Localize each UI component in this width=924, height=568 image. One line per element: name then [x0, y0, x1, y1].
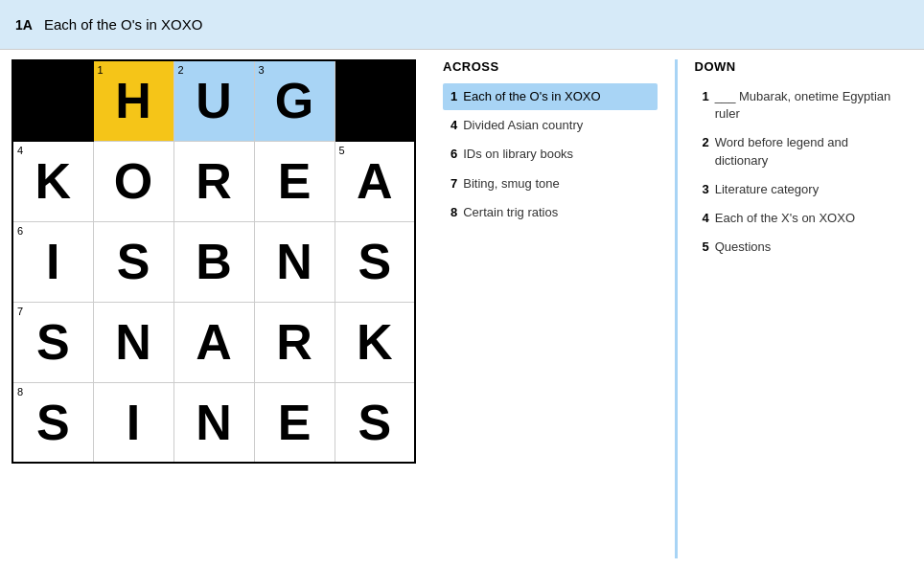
across-clue-4[interactable]: 4Divided Asian country [443, 112, 658, 139]
down-clue-text-3: Literature category [715, 181, 819, 198]
down-clue-number-5: 5 [703, 239, 709, 256]
main-content: 1H2U3G4KORE5A6ISBNS7SNARK8SINES ACROSS 1… [0, 50, 924, 568]
down-clue-5[interactable]: 5Questions [695, 234, 910, 261]
cell-number-2: 2 [178, 64, 184, 76]
grid-cell-4-0[interactable]: 8S [12, 382, 93, 463]
cell-number-7: 7 [17, 306, 23, 317]
across-clue-6[interactable]: 6IDs on library books [443, 141, 658, 168]
down-clue-4[interactable]: 4Each of the X's on XOXO [695, 205, 910, 232]
across-clue-text-7: Biting, smug tone [463, 175, 559, 193]
cell-letter: H [115, 73, 151, 128]
cell-letter: A [357, 153, 393, 209]
cell-letter: R [276, 314, 312, 370]
cell-letter: N [196, 395, 232, 450]
grid-cell-1-1[interactable]: O [93, 141, 173, 221]
cell-letter: E [278, 153, 312, 209]
cell-letter: U [196, 73, 232, 128]
grid-cell-4-3[interactable]: E [254, 382, 335, 463]
grid-cell-3-4[interactable]: K [335, 302, 415, 382]
cell-letter: A [196, 314, 232, 370]
down-clue-number-3: 3 [703, 181, 709, 198]
cell-letter: R [196, 153, 232, 209]
cell-letter: S [358, 234, 391, 289]
grid-cell-3-3[interactable]: R [254, 302, 335, 382]
cell-letter: N [115, 314, 151, 370]
cell-number-8: 8 [17, 386, 23, 398]
down-list: 1___ Mubarak, onetime Egyptian ruler2Wor… [695, 83, 910, 261]
grid-section: 1H2U3G4KORE5A6ISBNS7SNARK8SINES [0, 50, 427, 568]
across-clue-text-1: Each of the O's in XOXO [463, 88, 600, 105]
down-clue-text-4: Each of the X's on XOXO [715, 210, 855, 227]
cell-letter: K [35, 153, 71, 209]
down-clue-2[interactable]: 2Word before legend and dictionary [695, 129, 910, 173]
grid-cell-3-0[interactable]: 7S [12, 302, 93, 382]
across-clue-8[interactable]: 8Certain trig ratios [443, 199, 658, 226]
grid-cell-4-1[interactable]: I [93, 382, 173, 463]
cell-letter: S [358, 395, 391, 450]
down-clue-text-2: Word before legend and dictionary [715, 134, 901, 169]
across-clue-number-6: 6 [450, 146, 457, 163]
grid-cell-4-4[interactable]: S [335, 382, 415, 463]
column-divider [675, 59, 678, 558]
crossword-grid: 1H2U3G4KORE5A6ISBNS7SNARK8SINES [12, 59, 416, 464]
grid-cell-1-2[interactable]: R [173, 141, 254, 221]
cell-letter: B [196, 234, 232, 289]
down-clue-number-4: 4 [703, 210, 709, 227]
grid-cell-0-4[interactable] [335, 60, 415, 141]
cell-letter: G [275, 73, 313, 128]
down-clue-text-1: ___ Mubarak, onetime Egyptian ruler [715, 88, 901, 123]
across-clue-7[interactable]: 7Biting, smug tone [443, 170, 658, 197]
cell-number-4: 4 [17, 145, 23, 156]
across-title: ACROSS [443, 59, 658, 74]
cell-letter: S [36, 314, 70, 370]
cell-letter: S [36, 395, 70, 450]
across-clue-text-4: Divided Asian country [463, 117, 583, 134]
down-column: DOWN 1___ Mubarak, onetime Egyptian rule… [680, 59, 925, 558]
grid-cell-4-2[interactable]: N [173, 382, 254, 463]
grid-cell-2-2[interactable]: B [173, 221, 254, 302]
cell-letter: I [127, 395, 140, 450]
grid-cell-1-4[interactable]: 5A [335, 141, 415, 221]
cell-letter: E [278, 395, 312, 450]
grid-cell-2-3[interactable]: N [254, 221, 335, 302]
down-clue-text-5: Questions [715, 239, 772, 256]
across-clue-1[interactable]: 1Each of the O's in XOXO [443, 83, 658, 110]
across-clue-text-8: Certain trig ratios [463, 204, 558, 221]
across-clue-number-4: 4 [450, 117, 457, 134]
cell-letter: O [114, 153, 152, 209]
clues-section: ACROSS 1Each of the O's in XOXO4Divided … [427, 50, 924, 568]
down-clue-number-2: 2 [703, 134, 709, 151]
grid-cell-0-1[interactable]: 1H [93, 60, 173, 141]
across-clue-number-7: 7 [450, 175, 457, 193]
across-clue-number-1: 1 [450, 88, 457, 105]
grid-cell-3-1[interactable]: N [93, 302, 173, 382]
grid-cell-1-3[interactable]: E [254, 141, 335, 221]
down-clue-number-1: 1 [703, 88, 709, 105]
down-title: DOWN [695, 59, 910, 74]
cell-letter: I [46, 234, 59, 289]
across-list: 1Each of the O's in XOXO4Divided Asian c… [443, 83, 658, 226]
clue-header: 1A Each of the O's in XOXO [0, 0, 924, 50]
cell-number-6: 6 [17, 225, 23, 237]
across-clue-number-8: 8 [450, 204, 457, 221]
cell-letter: K [357, 314, 393, 370]
grid-cell-2-0[interactable]: 6I [12, 221, 93, 302]
grid-cell-2-4[interactable]: S [335, 221, 415, 302]
down-clue-3[interactable]: 3Literature category [695, 176, 910, 203]
cell-number-3: 3 [259, 64, 265, 76]
across-column: ACROSS 1Each of the O's in XOXO4Divided … [427, 59, 673, 558]
across-clue-text-6: IDs on library books [463, 146, 573, 163]
grid-cell-0-2[interactable]: 2U [173, 60, 254, 141]
header-clue-text: Each of the O's in XOXO [44, 16, 202, 33]
cell-number-1: 1 [98, 64, 104, 76]
grid-cell-0-3[interactable]: 3G [254, 60, 335, 141]
cell-letter: S [117, 234, 150, 289]
cell-number-5: 5 [339, 145, 345, 156]
grid-cell-1-0[interactable]: 4K [12, 141, 93, 221]
grid-cell-2-1[interactable]: S [93, 221, 173, 302]
down-clue-1[interactable]: 1___ Mubarak, onetime Egyptian ruler [695, 83, 910, 127]
grid-cell-3-2[interactable]: A [173, 302, 254, 382]
header-clue-number: 1A [15, 17, 33, 33]
grid-cell-0-0[interactable] [12, 60, 93, 141]
cell-letter: N [276, 234, 312, 289]
